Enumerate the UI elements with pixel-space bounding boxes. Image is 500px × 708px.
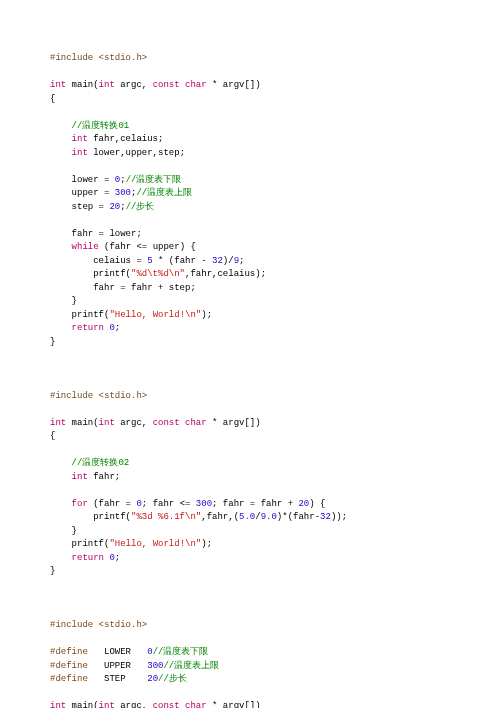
- comment: //温度表下限: [153, 647, 209, 657]
- string: "Hello, World!\n": [109, 310, 201, 320]
- for-head: ) {: [309, 499, 325, 509]
- stmt: printf(: [50, 269, 131, 279]
- fn-main: main(: [66, 80, 98, 90]
- param: * argv[]): [207, 80, 261, 90]
- semi: );: [201, 539, 212, 549]
- number: 300: [147, 661, 163, 671]
- comment: //温度表下限: [126, 175, 182, 185]
- number: 9.0: [261, 512, 277, 522]
- brace-open: {: [50, 431, 55, 441]
- include-directive: #include: [50, 391, 99, 401]
- param: argc,: [115, 80, 153, 90]
- semi: ;: [239, 256, 244, 266]
- number: 20: [147, 674, 158, 684]
- stmt: lower =: [50, 175, 115, 185]
- type-char: char: [185, 80, 207, 90]
- type-int: int: [72, 148, 88, 158]
- include-header: <stdio.h>: [99, 53, 148, 63]
- brace-close: }: [50, 566, 55, 576]
- brace-close: }: [50, 526, 77, 536]
- define-name: UPPER: [88, 661, 147, 671]
- args: ,fahr,celaius);: [185, 269, 266, 279]
- comment: //温度转换02: [72, 458, 130, 468]
- semi: );: [201, 310, 212, 320]
- kw-const: const: [153, 701, 180, 708]
- cond: (fahr <= upper) {: [99, 242, 196, 252]
- number: 32: [320, 512, 331, 522]
- define-directive: #define: [50, 674, 88, 684]
- kw-return: return: [72, 323, 104, 333]
- decl: fahr,celaius;: [88, 134, 164, 144]
- type-int: int: [50, 80, 66, 90]
- number: 20: [298, 499, 309, 509]
- type-int: int: [50, 701, 66, 708]
- comment: //温度转换01: [72, 121, 130, 131]
- string: "%3d %6.1f\n": [131, 512, 201, 522]
- kw-return: return: [72, 553, 104, 563]
- type-int: int: [72, 134, 88, 144]
- kw-for: for: [72, 499, 88, 509]
- type-int: int: [72, 472, 88, 482]
- stmt: upper =: [50, 188, 115, 198]
- number: 300: [115, 188, 131, 198]
- op: * (fahr -: [153, 256, 212, 266]
- stmt: step =: [50, 202, 109, 212]
- semi: ;: [115, 323, 120, 333]
- include-directive: #include: [50, 53, 99, 63]
- kw-while: while: [72, 242, 99, 252]
- param: argc,: [115, 701, 153, 708]
- semi: ;: [115, 553, 120, 563]
- type-int: int: [99, 418, 115, 428]
- define-directive: #define: [50, 647, 88, 657]
- for-head: ; fahr <=: [142, 499, 196, 509]
- fn-main: main(: [66, 418, 98, 428]
- number: 32: [212, 256, 223, 266]
- string: "Hello, World!\n": [109, 539, 201, 549]
- type-int: int: [99, 701, 115, 708]
- comment: //步长: [158, 674, 187, 684]
- define-name: LOWER: [88, 647, 147, 657]
- type-char: char: [185, 701, 207, 708]
- fn-main: main(: [66, 701, 98, 708]
- comment: //步长: [126, 202, 155, 212]
- args: ));: [331, 512, 347, 522]
- number: 20: [109, 202, 120, 212]
- comment: //温度表上限: [163, 661, 219, 671]
- number: 300: [196, 499, 212, 509]
- comment: //温度表上限: [136, 188, 192, 198]
- include-header: <stdio.h>: [99, 620, 148, 630]
- define-directive: #define: [50, 661, 88, 671]
- stmt: fahr = lower;: [50, 229, 142, 239]
- stmt: fahr = fahr + step;: [50, 283, 196, 293]
- brace-open: {: [50, 94, 55, 104]
- stmt: printf(: [50, 512, 131, 522]
- op: )/: [223, 256, 234, 266]
- code-listing: #include <stdio.h> int main(int argc, co…: [50, 52, 450, 708]
- stmt: celaius =: [50, 256, 147, 266]
- decl: fahr;: [88, 472, 120, 482]
- type-int: int: [50, 418, 66, 428]
- for-head: (fahr =: [88, 499, 137, 509]
- stmt: printf(: [50, 539, 109, 549]
- number: 5.0: [239, 512, 255, 522]
- kw-const: const: [153, 418, 180, 428]
- decl: lower,upper,step;: [88, 148, 185, 158]
- include-header: <stdio.h>: [99, 391, 148, 401]
- args: ,fahr,(: [201, 512, 239, 522]
- param: argc,: [115, 418, 153, 428]
- brace-close: }: [50, 337, 55, 347]
- brace-close: }: [50, 296, 77, 306]
- args: )*(fahr-: [277, 512, 320, 522]
- stmt: printf(: [50, 310, 109, 320]
- param: * argv[]): [207, 418, 261, 428]
- param: * argv[]): [207, 701, 261, 708]
- string: "%d\t%d\n": [131, 269, 185, 279]
- define-name: STEP: [88, 674, 147, 684]
- kw-const: const: [153, 80, 180, 90]
- for-head: ; fahr = fahr +: [212, 499, 298, 509]
- type-int: int: [99, 80, 115, 90]
- type-char: char: [185, 418, 207, 428]
- include-directive: #include: [50, 620, 99, 630]
